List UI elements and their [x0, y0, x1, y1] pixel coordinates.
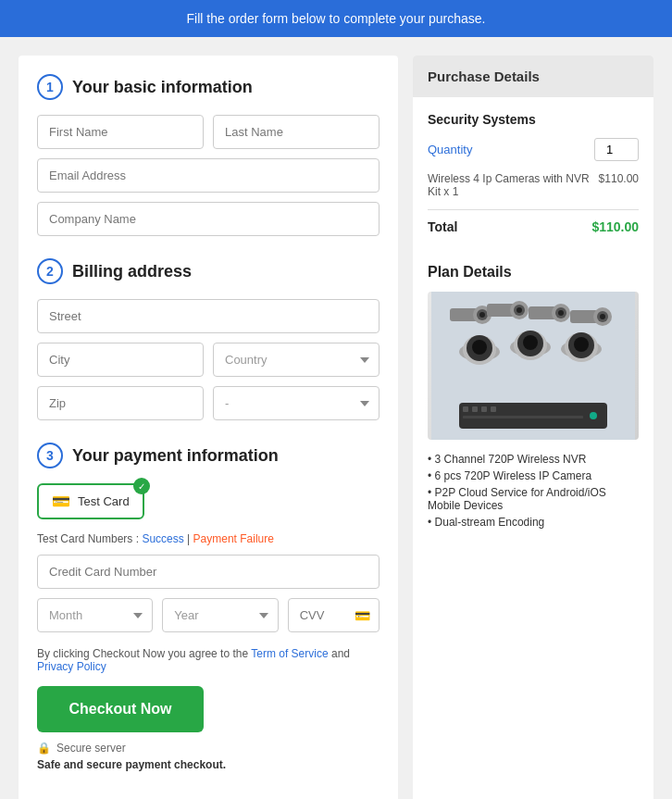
zip-input[interactable] [37, 386, 204, 420]
svg-point-12 [558, 310, 564, 316]
email-input[interactable] [37, 158, 380, 193]
test-card-numbers: Test Card Numbers : Success | Payment Fa… [37, 532, 380, 545]
billing-title: 2 Billing address [37, 258, 380, 284]
cvv-card-icon: 💳 [355, 608, 370, 623]
plan-feature-item: 6 pcs 720P Wireless IP Camera [428, 468, 639, 484]
camera-svg [428, 292, 639, 440]
cvv-row: Month Year 💳 [37, 598, 380, 632]
svg-point-20 [472, 340, 487, 355]
checkout-notice: By clicking Checkout Now you agree to th… [37, 647, 380, 673]
svg-point-8 [516, 307, 522, 313]
card-label: Test Card [78, 494, 130, 508]
payment-title: 3 Your payment information [37, 443, 380, 468]
section-number-3: 3 [37, 443, 63, 468]
month-select[interactable]: Month [37, 598, 153, 632]
plan-feature-item: 3 Channel 720P Wireless NVR [428, 451, 639, 468]
quantity-input[interactable] [594, 138, 639, 161]
basic-info-title: 1 Your basic information [37, 74, 380, 100]
product-title: Security Systems [428, 112, 639, 127]
svg-point-16 [600, 314, 605, 319]
product-price: $110.00 [599, 172, 639, 198]
name-row [37, 115, 380, 149]
left-panel: 1 Your basic information 2 Billing addre… [19, 56, 398, 799]
state-select[interactable]: - [213, 386, 380, 420]
banner-text: Fill the order form below to complete yo… [187, 11, 486, 26]
total-row: Total $110.00 [428, 209, 639, 234]
zip-state-row: - [37, 386, 380, 420]
street-input[interactable] [37, 299, 380, 333]
svg-rect-35 [463, 416, 583, 418]
svg-point-4 [479, 312, 485, 318]
street-row [37, 299, 380, 333]
secure-server-row: 🔒 Secure server [37, 742, 380, 755]
svg-point-24 [523, 335, 538, 350]
card-icon: 💳 [52, 493, 70, 510]
svg-point-28 [574, 337, 589, 352]
purchase-body: Security Systems Quantity Wireless 4 Ip … [413, 97, 653, 249]
plan-title: Plan Details [428, 264, 639, 281]
safe-text: Safe and secure payment checkout. [37, 758, 380, 771]
tos-link[interactable]: Term of Service [251, 647, 328, 660]
country-select[interactable]: Country [213, 343, 380, 377]
success-link[interactable]: Success [142, 532, 183, 545]
first-name-input[interactable] [37, 115, 204, 149]
failure-link[interactable]: Payment Failure [193, 532, 274, 545]
cc-input[interactable] [37, 555, 380, 589]
svg-rect-32 [481, 406, 487, 412]
secure-label: Secure server [56, 742, 126, 755]
billing-section: 2 Billing address Country - [37, 258, 380, 420]
svg-rect-31 [472, 406, 478, 412]
plan-features: 3 Channel 720P Wireless NVR6 pcs 720P Wi… [428, 451, 639, 531]
cvv-wrap: 💳 [288, 598, 380, 632]
card-check-icon: ✓ [133, 478, 150, 494]
quantity-row: Quantity [428, 138, 639, 161]
svg-rect-30 [463, 406, 468, 412]
plan-feature-item: Dual-stream Encoding [428, 514, 639, 531]
privacy-link[interactable]: Privacy Policy [37, 660, 106, 673]
plan-feature-item: P2P Cloud Service for Android/iOS Mobile… [428, 484, 639, 514]
quantity-label: Quantity [428, 143, 472, 156]
cc-row [37, 555, 380, 589]
lock-icon: 🔒 [37, 742, 51, 755]
camera-image [428, 292, 639, 440]
top-banner: Fill the order form below to complete yo… [0, 0, 672, 37]
company-row [37, 202, 380, 236]
city-input[interactable] [37, 343, 204, 377]
payment-section: 3 Your payment information 💳 Test Card ✓… [37, 443, 380, 771]
product-name: Wireless 4 Ip Cameras with NVR Kit x 1 [428, 172, 599, 198]
section-number-1: 1 [37, 74, 63, 100]
company-input[interactable] [37, 202, 380, 236]
checkout-button[interactable]: Checkout Now [37, 686, 204, 732]
basic-info-section: 1 Your basic information [37, 74, 380, 236]
last-name-input[interactable] [213, 115, 380, 149]
card-option[interactable]: 💳 Test Card ✓ [37, 483, 144, 519]
right-panel: Purchase Details Security Systems Quanti… [413, 56, 653, 799]
product-row: Wireless 4 Ip Cameras with NVR Kit x 1 $… [428, 172, 639, 198]
svg-rect-33 [491, 406, 496, 412]
total-label: Total [428, 219, 457, 234]
city-country-row: Country [37, 343, 380, 377]
section-number-2: 2 [37, 258, 63, 284]
total-amount: $110.00 [591, 219, 639, 234]
purchase-header: Purchase Details [413, 56, 653, 97]
plan-details: Plan Details [413, 249, 653, 545]
svg-point-34 [590, 412, 597, 419]
year-select[interactable]: Year [162, 598, 278, 632]
email-row [37, 158, 380, 193]
